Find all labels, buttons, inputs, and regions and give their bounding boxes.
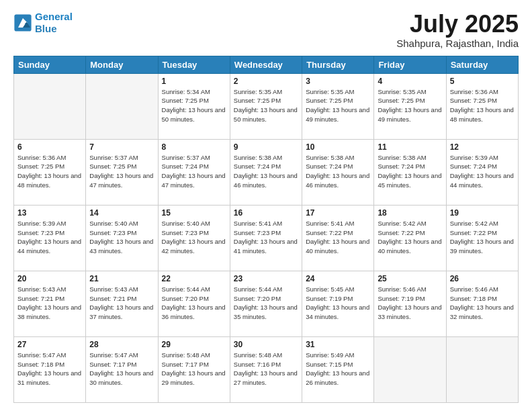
day-number: 7 — [89, 142, 154, 152]
day-number: 4 — [378, 77, 442, 86]
calendar-cell: 27Sunrise: 5:47 AM Sunset: 7:18 PM Dayli… — [14, 336, 86, 402]
day-number: 3 — [306, 77, 370, 86]
day-info: Sunrise: 5:44 AM Sunset: 7:20 PM Dayligh… — [234, 285, 298, 322]
day-number: 30 — [234, 340, 298, 349]
calendar-cell: 21Sunrise: 5:43 AM Sunset: 7:21 PM Dayli… — [86, 271, 158, 336]
day-info: Sunrise: 5:38 AM Sunset: 7:24 PM Dayligh… — [234, 153, 298, 190]
calendar-cell — [86, 73, 158, 139]
calendar-week-row: 27Sunrise: 5:47 AM Sunset: 7:18 PM Dayli… — [14, 336, 519, 402]
day-number: 31 — [306, 340, 370, 349]
calendar-header-row: SundayMondayTuesdayWednesdayThursdayFrid… — [14, 56, 519, 73]
day-number: 2 — [234, 77, 298, 86]
day-number: 24 — [306, 274, 370, 283]
day-info: Sunrise: 5:43 AM Sunset: 7:21 PM Dayligh… — [89, 285, 154, 322]
calendar-cell: 13Sunrise: 5:39 AM Sunset: 7:23 PM Dayli… — [14, 205, 86, 271]
calendar-cell — [446, 336, 518, 402]
calendar-day-header: Friday — [374, 56, 446, 73]
day-info: Sunrise: 5:46 AM Sunset: 7:18 PM Dayligh… — [450, 285, 515, 322]
calendar-cell — [14, 73, 86, 139]
calendar-cell: 22Sunrise: 5:44 AM Sunset: 7:20 PM Dayli… — [158, 271, 230, 336]
day-info: Sunrise: 5:42 AM Sunset: 7:22 PM Dayligh… — [378, 219, 442, 256]
calendar-cell: 3Sunrise: 5:35 AM Sunset: 7:25 PM Daylig… — [302, 73, 374, 139]
calendar-cell: 9Sunrise: 5:38 AM Sunset: 7:24 PM Daylig… — [230, 139, 302, 205]
calendar-cell: 12Sunrise: 5:39 AM Sunset: 7:24 PM Dayli… — [446, 139, 518, 205]
day-info: Sunrise: 5:40 AM Sunset: 7:23 PM Dayligh… — [162, 219, 226, 256]
calendar-table: SundayMondayTuesdayWednesdayThursdayFrid… — [13, 56, 519, 403]
calendar-cell: 26Sunrise: 5:46 AM Sunset: 7:18 PM Dayli… — [446, 271, 518, 336]
day-number: 14 — [89, 208, 154, 218]
calendar-day-header: Wednesday — [230, 56, 302, 73]
day-number: 1 — [162, 77, 226, 86]
day-info: Sunrise: 5:41 AM Sunset: 7:23 PM Dayligh… — [234, 219, 298, 256]
calendar-week-row: 1Sunrise: 5:34 AM Sunset: 7:25 PM Daylig… — [14, 73, 519, 139]
calendar-cell — [374, 336, 446, 402]
day-info: Sunrise: 5:37 AM Sunset: 7:25 PM Dayligh… — [89, 153, 154, 190]
day-number: 17 — [306, 208, 370, 218]
day-number: 13 — [17, 208, 82, 218]
calendar-day-header: Thursday — [302, 56, 374, 73]
day-number: 15 — [162, 208, 226, 218]
logo-icon — [13, 13, 32, 32]
calendar-cell: 15Sunrise: 5:40 AM Sunset: 7:23 PM Dayli… — [158, 205, 230, 271]
day-number: 11 — [378, 142, 442, 152]
calendar-day-header: Monday — [86, 56, 158, 73]
main-title: July 2025 — [396, 11, 519, 38]
day-info: Sunrise: 5:40 AM Sunset: 7:23 PM Dayligh… — [89, 219, 154, 256]
day-info: Sunrise: 5:36 AM Sunset: 7:25 PM Dayligh… — [450, 87, 515, 124]
calendar-cell: 23Sunrise: 5:44 AM Sunset: 7:20 PM Dayli… — [230, 271, 302, 336]
calendar-cell: 20Sunrise: 5:43 AM Sunset: 7:21 PM Dayli… — [14, 271, 86, 336]
day-number: 20 — [17, 274, 82, 283]
day-info: Sunrise: 5:49 AM Sunset: 7:15 PM Dayligh… — [306, 351, 370, 387]
calendar-cell: 10Sunrise: 5:38 AM Sunset: 7:24 PM Dayli… — [302, 139, 374, 205]
calendar-cell: 5Sunrise: 5:36 AM Sunset: 7:25 PM Daylig… — [446, 73, 518, 139]
calendar-cell: 16Sunrise: 5:41 AM Sunset: 7:23 PM Dayli… — [230, 205, 302, 271]
day-number: 27 — [17, 340, 82, 349]
day-info: Sunrise: 5:34 AM Sunset: 7:25 PM Dayligh… — [162, 87, 226, 124]
calendar-week-row: 20Sunrise: 5:43 AM Sunset: 7:21 PM Dayli… — [14, 271, 519, 336]
logo-text: General Blue — [35, 11, 73, 35]
calendar-day-header: Tuesday — [158, 56, 230, 73]
calendar-cell: 25Sunrise: 5:46 AM Sunset: 7:19 PM Dayli… — [374, 271, 446, 336]
day-info: Sunrise: 5:41 AM Sunset: 7:22 PM Dayligh… — [306, 219, 370, 256]
calendar-cell: 29Sunrise: 5:48 AM Sunset: 7:17 PM Dayli… — [158, 336, 230, 402]
day-info: Sunrise: 5:46 AM Sunset: 7:19 PM Dayligh… — [378, 285, 442, 322]
calendar-cell: 18Sunrise: 5:42 AM Sunset: 7:22 PM Dayli… — [374, 205, 446, 271]
calendar-cell: 19Sunrise: 5:42 AM Sunset: 7:22 PM Dayli… — [446, 205, 518, 271]
day-number: 21 — [89, 274, 154, 283]
day-info: Sunrise: 5:38 AM Sunset: 7:24 PM Dayligh… — [306, 153, 370, 190]
calendar-cell: 2Sunrise: 5:35 AM Sunset: 7:25 PM Daylig… — [230, 73, 302, 139]
logo-line1: General — [35, 11, 73, 22]
day-info: Sunrise: 5:43 AM Sunset: 7:21 PM Dayligh… — [17, 285, 82, 322]
day-info: Sunrise: 5:35 AM Sunset: 7:25 PM Dayligh… — [378, 87, 442, 124]
calendar-cell: 7Sunrise: 5:37 AM Sunset: 7:25 PM Daylig… — [86, 139, 158, 205]
calendar-cell: 4Sunrise: 5:35 AM Sunset: 7:25 PM Daylig… — [374, 73, 446, 139]
day-info: Sunrise: 5:35 AM Sunset: 7:25 PM Dayligh… — [234, 87, 298, 124]
logo-line2: Blue — [35, 23, 57, 34]
day-number: 29 — [162, 340, 226, 349]
page: General Blue July 2025 Shahpura, Rajasth… — [0, 0, 532, 411]
day-info: Sunrise: 5:47 AM Sunset: 7:18 PM Dayligh… — [17, 351, 82, 387]
day-info: Sunrise: 5:39 AM Sunset: 7:24 PM Dayligh… — [450, 153, 515, 190]
calendar-week-row: 6Sunrise: 5:36 AM Sunset: 7:25 PM Daylig… — [14, 139, 519, 205]
calendar-cell: 1Sunrise: 5:34 AM Sunset: 7:25 PM Daylig… — [158, 73, 230, 139]
day-info: Sunrise: 5:48 AM Sunset: 7:16 PM Dayligh… — [234, 351, 298, 387]
header: General Blue July 2025 Shahpura, Rajasth… — [13, 11, 519, 49]
day-number: 18 — [378, 208, 442, 218]
calendar-cell: 31Sunrise: 5:49 AM Sunset: 7:15 PM Dayli… — [302, 336, 374, 402]
calendar-cell: 8Sunrise: 5:37 AM Sunset: 7:24 PM Daylig… — [158, 139, 230, 205]
title-block: July 2025 Shahpura, Rajasthan, India — [396, 11, 519, 49]
day-info: Sunrise: 5:44 AM Sunset: 7:20 PM Dayligh… — [162, 285, 226, 322]
calendar-cell: 17Sunrise: 5:41 AM Sunset: 7:22 PM Dayli… — [302, 205, 374, 271]
day-info: Sunrise: 5:39 AM Sunset: 7:23 PM Dayligh… — [17, 219, 82, 256]
day-number: 16 — [234, 208, 298, 218]
day-number: 12 — [450, 142, 515, 152]
calendar-cell: 30Sunrise: 5:48 AM Sunset: 7:16 PM Dayli… — [230, 336, 302, 402]
calendar-cell: 28Sunrise: 5:47 AM Sunset: 7:17 PM Dayli… — [86, 336, 158, 402]
day-info: Sunrise: 5:38 AM Sunset: 7:24 PM Dayligh… — [378, 153, 442, 190]
day-info: Sunrise: 5:48 AM Sunset: 7:17 PM Dayligh… — [162, 351, 226, 387]
day-info: Sunrise: 5:36 AM Sunset: 7:25 PM Dayligh… — [17, 153, 82, 190]
calendar-day-header: Saturday — [446, 56, 518, 73]
day-number: 10 — [306, 142, 370, 152]
day-number: 23 — [234, 274, 298, 283]
day-number: 8 — [162, 142, 226, 152]
